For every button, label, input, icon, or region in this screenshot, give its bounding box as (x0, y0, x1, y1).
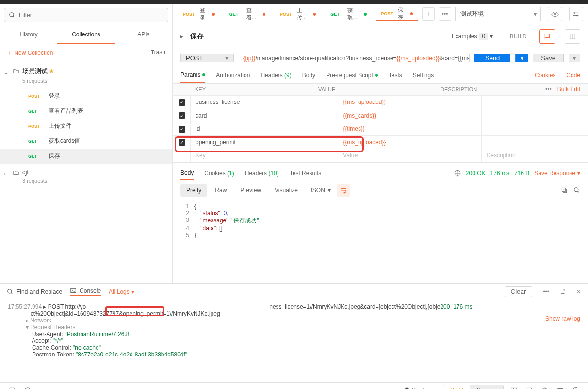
tab-params[interactable]: Params (180, 68, 205, 83)
response-size: 716 B (514, 170, 529, 177)
view-visualize[interactable]: Visualize (269, 184, 304, 197)
console-log[interactable]: 17:55:27.994 ▸ POST http://yoxxxxxxxxxxx… (0, 300, 588, 382)
trash-button[interactable]: Trash (151, 49, 165, 57)
environment-preview-button[interactable] (548, 7, 562, 21)
tab-headers[interactable]: Headers (9) (261, 68, 291, 83)
tab-overflow-button[interactable]: ••• (439, 7, 451, 21)
unsaved-dot-icon (212, 13, 214, 16)
wrap-lines-button[interactable] (337, 184, 350, 197)
cookies-link[interactable]: Cookies (535, 72, 555, 79)
popout-icon[interactable] (560, 289, 566, 295)
tab-authorization[interactable]: Authorization (216, 68, 250, 83)
all-logs-dropdown[interactable]: All Logs ▾ (109, 288, 134, 295)
request-item[interactable]: POST登录 (0, 88, 172, 103)
collection-item[interactable]: ⌄ 场景测试 ★ 5 requests (0, 62, 172, 88)
tab-apis[interactable]: APIs (115, 26, 172, 44)
help-circle-icon[interactable] (571, 385, 581, 389)
method-badge: GET (28, 154, 44, 159)
request-tab[interactable]: POST上传... (275, 7, 321, 21)
resp-tab-cookies[interactable]: Cookies (1) (204, 167, 234, 180)
build-link[interactable]: BUILD (507, 34, 530, 39)
send-button[interactable]: Send (474, 54, 510, 62)
filter-input[interactable] (4, 8, 168, 22)
browse-toggle[interactable]: Browse (470, 385, 503, 389)
console-button[interactable]: Console (70, 288, 101, 296)
tab-body[interactable]: Body (302, 68, 315, 83)
request-item[interactable]: GET获取cards值 (0, 134, 172, 149)
send-dropdown[interactable]: ▾ (515, 54, 528, 62)
build-toggle[interactable]: Build (443, 385, 470, 389)
save-button[interactable]: Save (533, 54, 564, 62)
folder-icon (13, 68, 19, 75)
copy-icon[interactable] (561, 187, 568, 194)
request-tab[interactable]: POST登录 (178, 7, 220, 21)
table-row[interactable]: ✓opening_permit{{ms_uploaded}} (173, 135, 588, 149)
sync-icon[interactable] (22, 385, 33, 389)
tab-collections[interactable]: Collections (57, 26, 114, 44)
globe-icon[interactable] (454, 170, 461, 177)
tab-history[interactable]: History (0, 26, 57, 44)
code-link[interactable]: Code (566, 72, 580, 79)
new-collection-button[interactable]: ＋ New Collection (7, 49, 53, 57)
response-body[interactable]: 1{ 2 "status": 0, 3 "message": "保存成功", 4… (173, 201, 588, 259)
checkbox[interactable]: ✓ (179, 99, 185, 106)
help-icon[interactable] (7, 385, 17, 389)
params-header: KEY VALUE DESCRIPTION ••• Bulk Edit (173, 84, 588, 95)
table-row-new[interactable]: KeyValueDescription (173, 149, 588, 162)
table-row[interactable]: ✓business_license{{ms_uploaded}} (173, 96, 588, 109)
request-item[interactable]: POST上传文件 (0, 118, 172, 134)
show-raw-log-link[interactable]: Show raw log (545, 315, 580, 322)
view-preview[interactable]: Preview (234, 184, 267, 197)
request-item[interactable]: GET查看产品列表 (0, 103, 172, 118)
request-tab[interactable]: POST保存 (376, 7, 419, 21)
resp-tab-tests[interactable]: Test Results (290, 167, 321, 180)
checkbox[interactable]: ✓ (179, 126, 185, 133)
folder-icon (13, 169, 19, 176)
close-icon[interactable]: ✕ (576, 288, 581, 295)
layout-button[interactable] (565, 29, 580, 44)
method-select[interactable]: POST▾ (180, 54, 234, 62)
tab-tests[interactable]: Tests (389, 68, 402, 83)
save-response-link[interactable]: Save Response ▾ (534, 170, 580, 177)
keyboard-icon[interactable] (555, 385, 566, 389)
resp-tab-body[interactable]: Body (180, 167, 194, 180)
tab-prerequest[interactable]: Pre-request Script (326, 68, 378, 83)
bulk-edit-link[interactable]: Bulk Edit (555, 86, 583, 93)
trash-icon[interactable] (539, 385, 550, 389)
table-row[interactable]: ✓card{{ms_cards}} (173, 109, 588, 122)
url-input[interactable]: {{ip}}/manage/finance/store-qualificatio… (239, 54, 470, 62)
view-raw[interactable]: Raw (209, 184, 232, 197)
chevron-right-icon[interactable]: › (4, 170, 6, 177)
method-badge: GET (28, 109, 44, 114)
save-dropdown[interactable]: ▾ (569, 54, 580, 62)
request-tab[interactable]: GET获取... (325, 7, 372, 21)
environment-select[interactable]: 测试环境▾ (455, 7, 541, 21)
environment-settings-button[interactable] (569, 7, 583, 21)
tab-settings[interactable]: Settings (413, 68, 434, 83)
single-pane-icon[interactable] (524, 385, 535, 389)
resp-tab-headers[interactable]: Headers (10) (245, 167, 279, 180)
find-replace-button[interactable]: Find and Replace (7, 288, 62, 295)
request-item[interactable]: GET保存 (0, 149, 172, 164)
chevron-down-icon[interactable]: ⌄ (4, 69, 9, 76)
view-pretty[interactable]: Pretty (180, 184, 207, 197)
checkbox[interactable]: ✓ (179, 139, 185, 146)
collapse-icon[interactable]: ▸ (180, 33, 183, 40)
checkbox[interactable]: ✓ (179, 112, 185, 119)
new-tab-button[interactable]: ＋ (422, 7, 435, 21)
clear-button[interactable]: Clear (505, 286, 533, 297)
two-pane-icon[interactable] (508, 385, 519, 389)
examples-dropdown[interactable]: Examples 0 ▾ (452, 33, 493, 40)
body-type-select[interactable]: JSON ▾ (306, 185, 335, 196)
bootcamp-link[interactable]: 🎓 Bootcamp (403, 387, 438, 389)
svg-point-2 (554, 13, 556, 15)
more-icon[interactable]: ••• (542, 86, 555, 93)
more-icon[interactable]: ••• (543, 288, 549, 295)
request-tab[interactable]: GET查看... (224, 7, 271, 21)
collection-item[interactable]: › cjt 3 requests (0, 164, 172, 188)
unsaved-dot-icon (410, 12, 413, 15)
search-icon[interactable] (573, 187, 580, 194)
table-row[interactable]: ✓id{{times}} (173, 122, 588, 136)
comments-button[interactable] (539, 29, 555, 44)
saved-dot-icon (364, 13, 366, 16)
